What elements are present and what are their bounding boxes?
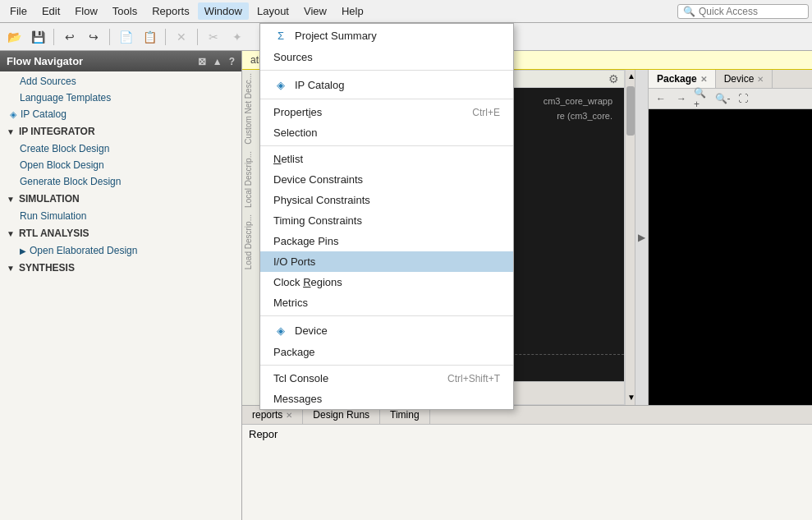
scroll-thumb[interactable] xyxy=(626,86,635,136)
menu-sep-4 xyxy=(260,315,513,316)
nav-open-block-design[interactable]: Open Block Design xyxy=(0,157,241,173)
menu-item-properties[interactable]: Properties Ctrl+E xyxy=(260,102,513,122)
section-label-rtl: RTL ANALYSIS xyxy=(19,228,89,239)
quick-access-bar[interactable]: 🔍 xyxy=(677,4,809,19)
menu-item-timing-constraints-label: Timing Constraints xyxy=(273,214,362,227)
menu-item-messages[interactable]: Messages xyxy=(260,389,513,409)
menu-item-physical-constraints[interactable]: Physical Constraints xyxy=(260,190,513,210)
minimize-icon[interactable]: ⊠ xyxy=(198,56,206,67)
nav-ip-catalog[interactable]: ◈ IP Catalog xyxy=(0,106,241,122)
panel-back-btn[interactable]: ← xyxy=(652,90,670,107)
rotated-label-2: Local Descrip... xyxy=(242,148,259,211)
nav-create-block-design[interactable]: Create Block Design xyxy=(0,140,241,157)
open-button[interactable]: 📂 xyxy=(3,26,25,48)
scroll-up-btn[interactable]: ▲ xyxy=(626,70,635,82)
nav-run-simulation[interactable]: Run Simulation xyxy=(0,208,241,224)
scroll-down-btn[interactable]: ▼ xyxy=(626,391,635,403)
menu-item-sources[interactable]: Sources xyxy=(260,47,513,67)
menu-tools[interactable]: Tools xyxy=(106,2,144,20)
nav-section-synthesis[interactable]: ▼ SYNTHESIS xyxy=(0,259,241,277)
sigma-icon: Σ xyxy=(273,28,288,43)
menu-item-properties-shortcut: Ctrl+E xyxy=(472,107,500,118)
undo-button[interactable]: ↩ xyxy=(59,26,80,48)
section-arrow-syn: ▼ xyxy=(7,264,15,273)
menu-item-package-pins[interactable]: Package Pins xyxy=(260,231,513,251)
panel-fit-btn[interactable]: ⛶ xyxy=(734,90,752,107)
copy-button[interactable]: 📄 xyxy=(115,26,136,48)
sub-arrow-icon: ▶ xyxy=(20,246,26,255)
nav-section-rtl[interactable]: ▼ RTL ANALYSIS xyxy=(0,224,241,242)
flow-navigator: Flow Navigator ⊠ ▲ ? Add Sources Languag… xyxy=(0,51,242,520)
panel-zoom-out-btn[interactable]: 🔍- xyxy=(713,90,732,107)
menu-help[interactable]: Help xyxy=(335,2,370,20)
tab-package-close[interactable]: ✕ xyxy=(700,75,707,84)
expand-panel-btn[interactable]: ▶ xyxy=(635,70,648,405)
tab-package-label: Package xyxy=(657,73,697,85)
panel-forward-btn[interactable]: → xyxy=(672,90,690,107)
section-label-ip-int: IP INTEGRATOR xyxy=(19,126,95,137)
menu-file[interactable]: File xyxy=(3,2,34,20)
menu-item-physical-constraints-label: Physical Constraints xyxy=(273,194,370,206)
tab-device-label: Device xyxy=(724,73,755,85)
bottom-content: Repor xyxy=(242,425,812,520)
menu-item-ip-catalog[interactable]: ◈ IP Catalog xyxy=(260,73,513,96)
menu-edit[interactable]: Edit xyxy=(35,2,67,20)
menu-item-device-label: Device xyxy=(295,324,328,337)
menu-item-tcl-console[interactable]: Tcl Console Ctrl+Shift+T xyxy=(260,368,513,389)
menu-item-tcl-shortcut: Ctrl+Shift+T xyxy=(447,373,500,384)
menu-view[interactable]: View xyxy=(297,2,333,20)
toolbar-separator-4 xyxy=(197,29,198,45)
device-menu-icon: ◈ xyxy=(273,323,288,338)
menu-item-timing-constraints[interactable]: Timing Constraints xyxy=(260,210,513,231)
nav-open-elaborated-design[interactable]: ▶ Open Elaborated Design xyxy=(0,242,241,259)
nav-section-simulation[interactable]: ▼ SIMULATION xyxy=(0,190,241,208)
flow-nav-header: Flow Navigator ⊠ ▲ ? xyxy=(0,51,241,71)
menu-item-io-ports[interactable]: I/O Ports xyxy=(260,251,513,272)
section-arrow-sim: ▼ xyxy=(7,195,15,204)
menu-window[interactable]: Window xyxy=(198,2,249,20)
pin-icon[interactable]: ▲ xyxy=(213,56,222,67)
tab-timing-label: Timing xyxy=(390,409,420,421)
design-subtitle-text: re (cm3_core. xyxy=(552,106,617,126)
expand-arrow-icon: ▶ xyxy=(638,232,645,243)
menu-item-netlist[interactable]: Netlist xyxy=(260,149,513,169)
vertical-scrollbar[interactable]: ▲ ▼ xyxy=(625,70,635,405)
design-gear-icon[interactable]: ⚙ xyxy=(608,72,619,85)
redo-button[interactable]: ↪ xyxy=(83,26,104,48)
menu-item-clock-regions[interactable]: Clock Regions xyxy=(260,272,513,292)
bottom-content-text: Repor xyxy=(249,428,278,440)
section-arrow-rtl: ▼ xyxy=(7,229,15,238)
menu-reports[interactable]: Reports xyxy=(145,2,196,20)
menu-item-project-summary[interactable]: Σ Project Summary xyxy=(260,24,513,47)
menu-item-device-constraints[interactable]: Device Constraints xyxy=(260,169,513,190)
menu-item-metrics[interactable]: Metrics xyxy=(260,292,513,313)
menu-item-package[interactable]: Package xyxy=(260,342,513,362)
tab-device[interactable]: Device ✕ xyxy=(716,70,773,88)
menubar: File Edit Flow Tools Reports Window Layo… xyxy=(0,0,812,23)
nav-generate-block-design[interactable]: Generate Block Design xyxy=(0,173,241,190)
menu-item-selection[interactable]: Selection xyxy=(260,122,513,143)
menu-item-device[interactable]: ◈ Device xyxy=(260,319,513,342)
nav-add-sources[interactable]: Add Sources xyxy=(0,73,241,90)
menu-sep-3 xyxy=(260,145,513,146)
tab-package[interactable]: Package ✕ xyxy=(649,70,716,88)
tab-reports-close[interactable]: ✕ xyxy=(286,411,292,420)
sparkle-button: ✦ xyxy=(227,26,248,48)
nav-language-templates[interactable]: Language Templates xyxy=(0,90,241,106)
quick-access-input[interactable] xyxy=(699,6,797,17)
menu-item-ip-catalog-label: IP Catalog xyxy=(295,79,344,91)
help-icon[interactable]: ? xyxy=(229,56,235,67)
menu-item-project-summary-label: Project Summary xyxy=(295,30,377,42)
paste-button[interactable]: 📋 xyxy=(139,26,160,48)
menu-item-sources-label: Sources xyxy=(273,51,313,63)
ip-catalog-menu-icon: ◈ xyxy=(273,77,288,92)
save-button[interactable]: 💾 xyxy=(27,26,48,48)
menu-item-package-label: Package xyxy=(273,346,315,358)
window-dropdown-menu: Σ Project Summary Sources ◈ IP Catalog P… xyxy=(259,23,514,410)
menu-layout[interactable]: Layout xyxy=(250,2,296,20)
tab-device-close[interactable]: ✕ xyxy=(757,75,764,84)
nav-section-ip-integrator[interactable]: ▼ IP INTEGRATOR xyxy=(0,122,241,140)
panel-zoom-in-btn[interactable]: 🔍+ xyxy=(693,90,711,107)
menu-flow[interactable]: Flow xyxy=(68,2,103,20)
menu-sep-5 xyxy=(260,365,513,366)
